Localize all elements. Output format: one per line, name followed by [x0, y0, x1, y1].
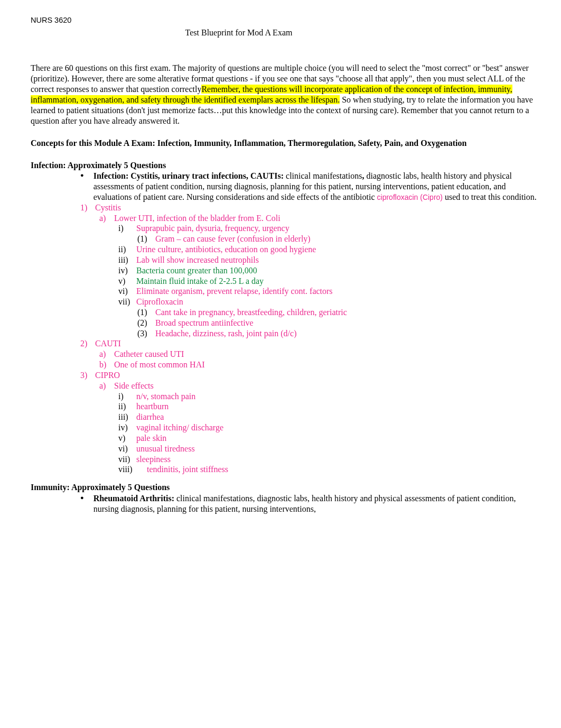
list-text: Lab will show increased neutrophils: [136, 255, 542, 265]
infection-bullet: ● Infection: Cystitis, urinary tract inf…: [80, 171, 542, 202]
list-text: n/v, stomach pain: [136, 391, 542, 402]
list-marker: a): [99, 381, 114, 391]
list-marker: b): [99, 360, 114, 370]
immunity-bullet: ● Rheumatoid Arthritis: clinical manifes…: [80, 493, 542, 514]
list-marker: ii): [118, 244, 136, 255]
list-item: 1)Cystitis: [80, 202, 542, 213]
list-marker: v): [118, 276, 136, 287]
list-item: iii)Lab will show increased neutrophils: [118, 255, 542, 265]
list-item: b)One of most common HAI: [99, 360, 542, 370]
list-text: Headache, dizziness, rash, joint pain (d…: [155, 328, 542, 339]
list-marker: v): [118, 433, 136, 444]
list-item: v)Maintain fluid intake of 2-2.5 L a day: [118, 276, 542, 287]
list-item: 2)CAUTI: [80, 338, 542, 349]
list-text: Eliminate organism, prevent relapse, ide…: [136, 286, 542, 297]
list-marker: i): [118, 223, 136, 234]
list-item: viii)tendinitis, joint stiffness: [118, 464, 542, 475]
list-marker: viii): [118, 464, 147, 475]
list-item: ii)heartburn: [118, 401, 542, 412]
list-marker: vi): [118, 286, 136, 297]
bullet-icon: ●: [80, 172, 84, 178]
list-marker: (2): [137, 318, 155, 328]
list-marker: iii): [118, 255, 136, 265]
list-item: v)pale skin: [118, 433, 542, 444]
list-text: heartburn: [136, 401, 542, 412]
list-text: Gram – can cause fever (confusion in eld…: [155, 234, 542, 244]
list-text: vaginal itching/ discharge: [136, 422, 542, 433]
list-text: Cant take in pregnancy, breastfeeding, c…: [155, 307, 542, 318]
list-marker: iv): [118, 265, 136, 276]
list-marker: iv): [118, 422, 136, 433]
list-text: CIPRO: [95, 370, 542, 381]
list-marker: vi): [118, 444, 136, 454]
list-marker: vii): [118, 454, 136, 465]
list-text: Ciprofloxacin: [136, 297, 542, 307]
list-item: vii)sleepiness: [118, 454, 542, 465]
bullet-icon: ●: [80, 495, 84, 501]
list-text: Suprapubic pain, dysuria, frequency, urg…: [136, 223, 542, 234]
list-text: CAUTI: [95, 338, 542, 349]
list-marker: iii): [118, 412, 136, 422]
list-item: vi)Eliminate organism, prevent relapse, …: [118, 286, 542, 297]
list-item: iv)Bacteria count greater than 100,000: [118, 265, 542, 276]
infection-heading: Infection: Approximately 5 Questions: [31, 160, 542, 171]
list-item: (1) Gram – can cause fever (confusion in…: [137, 234, 542, 244]
list-text: diarrhea: [136, 412, 542, 422]
list-text: Cystitis: [95, 202, 542, 213]
infection-bullet-body: Infection: Cystitis, urinary tract infec…: [94, 171, 542, 202]
list-item: (1) Cant take in pregnancy, breastfeedin…: [137, 307, 542, 318]
list-text: Catheter caused UTI: [114, 349, 542, 360]
list-item: iv)vaginal itching/ discharge: [118, 422, 542, 433]
list-item: a)Side effects: [99, 381, 542, 391]
infection-bullet-text-a: clinical manifestations: [286, 171, 362, 180]
infection-bullet-bold: Infection: Cystitis, urinary tract infec…: [94, 171, 286, 180]
list-marker: vii): [118, 297, 136, 307]
immunity-bullet-bold: Rheumatoid Arthritis:: [94, 494, 176, 503]
list-item: i)n/v, stomach pain: [118, 391, 542, 402]
list-marker: (1): [137, 234, 155, 244]
list-text: tendinitis, joint stiffness: [147, 464, 542, 475]
list-text: Broad spectrum antiinfective: [155, 318, 542, 328]
list-marker: 1): [80, 202, 95, 213]
list-text: Urine culture, antibiotics, education on…: [136, 244, 542, 255]
list-marker: (3): [137, 328, 155, 339]
list-marker: i): [118, 391, 136, 402]
infection-bullet-text-c: used to treat this condition.: [443, 192, 537, 201]
cipro-text: ciprofloxacin (Cipro): [377, 193, 443, 201]
page-title: Test Blueprint for Mod A Exam: [31, 27, 542, 38]
immunity-heading: Immunity: Approximately 5 Questions: [31, 482, 542, 493]
list-item: (3) Headache, dizziness, rash, joint pai…: [137, 328, 542, 339]
list-marker: a): [99, 213, 114, 224]
list-text: pale skin: [136, 433, 542, 444]
list-text: Side effects: [114, 381, 542, 391]
list-marker: 2): [80, 338, 95, 349]
list-text: sleepiness: [136, 454, 542, 465]
list-item: vi)unusual tiredness: [118, 444, 542, 454]
immunity-bullet-body: Rheumatoid Arthritis: clinical manifesta…: [94, 493, 542, 514]
list-item: i)Suprapubic pain, dysuria, frequency, u…: [118, 223, 542, 234]
list-item: ii)Urine culture, antibiotics, education…: [118, 244, 542, 255]
list-marker: a): [99, 349, 114, 360]
list-marker: ii): [118, 401, 136, 412]
list-text: One of most common HAI: [114, 360, 542, 370]
list-text: Bacteria count greater than 100,000: [136, 265, 542, 276]
intro-paragraph: There are 60 questions on this first exa…: [31, 63, 542, 126]
list-item: vii)Ciprofloxacin: [118, 297, 542, 307]
list-text: unusual tiredness: [136, 444, 542, 454]
list-item: 3)CIPRO: [80, 370, 542, 381]
list-text: Lower UTI, infection of the bladder from…: [114, 213, 542, 224]
list-item: a)Catheter caused UTI: [99, 349, 542, 360]
list-item: iii)diarrhea: [118, 412, 542, 422]
list-marker: 3): [80, 370, 95, 381]
list-item: a)Lower UTI, infection of the bladder fr…: [99, 213, 542, 224]
course-code: NURS 3620: [31, 16, 542, 25]
list-text: Maintain fluid intake of 2-2.5 L a day: [136, 276, 542, 287]
list-item: (2) Broad spectrum antiinfective: [137, 318, 542, 328]
list-marker: (1): [137, 307, 155, 318]
concepts-heading: Concepts for this Module A Exam: Infecti…: [31, 138, 542, 149]
